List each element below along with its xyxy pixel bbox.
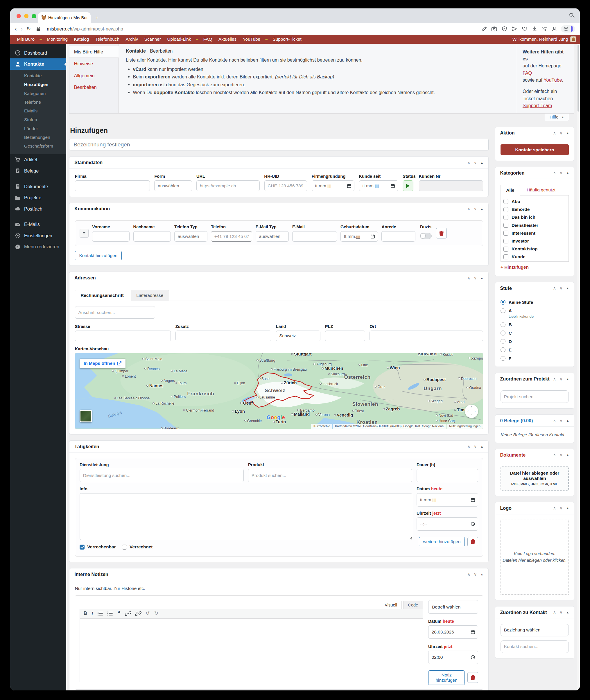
kategorie-checkbox-behoerde[interactable]: Behörde [503,207,566,212]
collapse-icon[interactable]: ▲ [566,453,569,457]
move-up-icon[interactable]: ∧ [553,286,556,290]
verrechnet-checkbox[interactable]: Verrechnet [122,544,153,549]
tab-lieferadresse[interactable]: Lieferadresse [131,290,169,301]
move-up-icon[interactable]: ∧ [467,444,470,449]
move-up-icon[interactable]: ∧ [553,418,556,423]
move-down-icon[interactable]: ∨ [560,610,562,615]
stufe-header[interactable]: Stufe ∧∨▲ [495,282,574,295]
zusatz-input[interactable] [176,330,272,341]
stufe-radio-d[interactable]: D [500,339,569,344]
move-up-icon[interactable]: ∧ [467,160,470,165]
strasse-input[interactable] [75,330,171,341]
tab-alle[interactable]: Alle [500,185,520,196]
taetigkeiten-header[interactable]: Tätigkeiten ∧∨▲ [70,440,488,453]
scrollbar-thumb[interactable] [578,45,579,112]
editor-canvas[interactable] [80,619,423,682]
projekt-header[interactable]: Zuordnen zum Projekt ∧∨▲ [495,373,574,385]
status-button[interactable] [403,180,413,191]
move-up-icon[interactable]: ∧ [467,572,470,577]
move-down-icon[interactable]: ∨ [560,418,562,423]
shield-x-icon[interactable] [502,26,507,31]
move-down-icon[interactable]: ∨ [474,276,477,280]
stufe-radio-e[interactable]: E [500,347,569,353]
move-down-icon[interactable]: ∨ [560,171,562,175]
move-down-icon[interactable]: ∨ [560,377,562,381]
tab-visuell[interactable]: Visuell [380,601,402,609]
adminbar-welcome[interactable]: Willkommen, Reinhard Jung [512,36,568,42]
kontakt-hinzufuegen-button[interactable]: Kontakt hinzufügen [75,251,122,260]
help-tab-misbuero-hilfe[interactable]: Mis Büro Hilfe [70,45,119,58]
dienstleistung-input[interactable] [80,469,244,482]
minimize-window-button[interactable] [24,14,28,18]
land-select[interactable]: Schweiz [276,330,321,341]
move-down-icon[interactable]: ∨ [560,286,562,290]
telefon-input[interactable] [211,231,252,242]
geburtsdatum-date-input[interactable]: tt.mm.jjjj [340,231,378,242]
kategorie-checkbox-dienstleister[interactable]: Dienstleister [503,223,566,228]
support-team-link[interactable]: Support-Team [522,103,552,108]
ssl-lock-icon[interactable] [36,27,40,31]
sidebar-item-artikel[interactable]: Artikel [10,154,66,165]
sidebar-item-einstellungen[interactable]: Einstellungen [10,230,66,241]
kategorie-checkbox-kunde[interactable]: Kunde [503,254,566,260]
logo-header[interactable]: Logo ∧∨▲ [495,502,574,514]
collapse-icon[interactable]: ▲ [566,377,569,381]
unlink-button[interactable] [135,611,141,616]
collapse-icon[interactable]: ▲ [566,506,569,510]
sliders-icon[interactable] [542,26,547,31]
sidebar-subitem-kontakte[interactable]: Kontakte [10,72,66,80]
page-scrollbar[interactable] [577,44,580,690]
move-up-icon[interactable]: ∧ [553,377,556,381]
stufe-radio-b[interactable]: B [500,322,569,327]
stufe-radio-a[interactable]: ALieblinkskunde [500,308,569,319]
collapse-icon[interactable]: ▲ [566,419,569,422]
heart-icon[interactable] [522,26,527,31]
italic-button[interactable]: I [92,611,93,616]
sidebar-item-dashboard[interactable]: Dashboard [10,47,66,59]
collapse-icon[interactable]: ▲ [481,207,484,211]
verrechenbar-checkbox[interactable]: Verrechenbar [80,544,116,549]
sidebar-subitem-geschaeftsform[interactable]: Geschäftsform [10,142,66,151]
move-up-icon[interactable]: ∧ [553,453,556,457]
adminbar-item-archiv[interactable]: Archiv [123,36,141,42]
stufe-radio-keine-stufe[interactable]: Keine Stufe [500,300,569,305]
adminbar-item-faq[interactable]: FAQ [200,36,215,42]
notiz-datum-input[interactable]: 28.03.2026 [428,625,478,639]
collapse-icon[interactable]: ▲ [481,161,484,165]
move-down-icon[interactable]: ∨ [560,506,562,510]
notiz-hinzufuegen-button[interactable]: Notiz hinzufügen [428,670,465,685]
kontakt-zuordnen-header[interactable]: Zuordnen zu Kontakt ∧∨▲ [495,606,574,619]
close-window-button[interactable] [17,14,21,18]
kategorie-checkbox-das-bin-ich[interactable]: Das bin ich [503,215,566,220]
tab-haeufig-genutzt[interactable]: Häufig genutzt [521,185,561,196]
taetigkeit-uhrzeit-input[interactable]: --:-- [416,517,478,531]
compose-icon[interactable] [482,26,487,31]
move-down-icon[interactable]: ∨ [560,131,562,135]
open-in-maps-button[interactable]: In Maps öffnen [80,359,125,368]
belege-header[interactable]: 0 Belege (0.00) ∧∨▲ [495,415,574,427]
dauer-input[interactable] [416,469,478,482]
kategorie-checkbox-interessent[interactable]: Interessent [503,231,566,236]
kategorie-hinzufuegen-link[interactable]: + Hinzufügen [500,265,529,270]
email-input[interactable] [292,231,337,242]
aktion-header[interactable]: Aktion ∧∨▲ [495,127,574,139]
move-down-icon[interactable]: ∨ [474,572,477,577]
taetigkeit-datum-input[interactable]: tt.mm.jjjj [416,493,478,507]
drag-handle-icon[interactable]: ≡ [80,229,89,238]
beziehung-select[interactable]: Beziehung wählen [500,624,569,636]
stammdaten-header[interactable]: Stammdaten ∧∨▲ [70,157,488,169]
stufe-radio-f[interactable]: F [500,356,569,361]
plz-input[interactable] [325,330,365,341]
adminbar-item-youtube[interactable]: YouTube [240,36,264,42]
produkt-input[interactable] [248,469,412,482]
sidebar-subitem-telefone[interactable]: Telefone [10,98,66,107]
vorname-input[interactable] [92,231,129,242]
back-button[interactable]: ‹ [15,26,17,32]
move-up-icon[interactable]: ∧ [553,171,556,175]
blockquote-button[interactable]: “ [117,612,121,615]
ort-input[interactable] [370,330,483,341]
bezeichnung-input[interactable] [69,139,489,151]
sidebar-item-belege[interactable]: Belege [10,165,66,176]
move-up-icon[interactable]: ∧ [553,506,556,510]
tab-search-icon[interactable] [569,13,574,18]
